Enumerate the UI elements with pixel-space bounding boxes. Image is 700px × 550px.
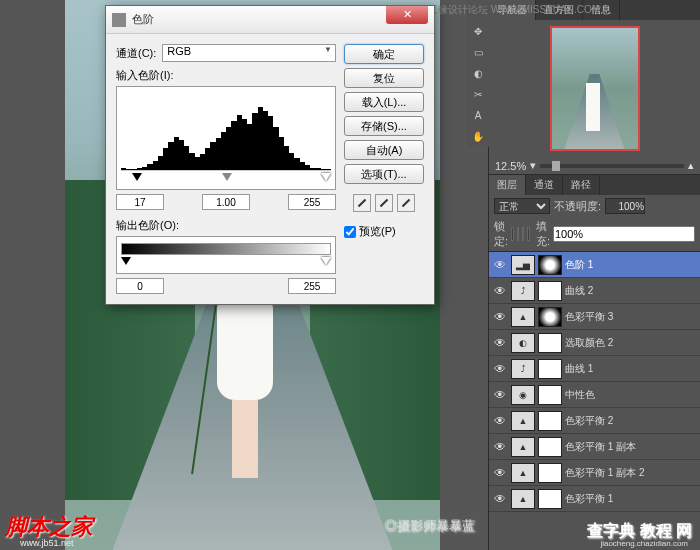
toolbar: ✥ ▭ ◐ ✂ A ✋: [467, 0, 489, 147]
layer-mask-thumbnail[interactable]: [538, 307, 562, 327]
layer-name: 选取颜色 2: [565, 336, 697, 350]
levels-dialog: 色阶 ✕ 通道(C): RGB 输入色阶(I):: [105, 5, 435, 305]
input-slider-track[interactable]: [121, 173, 331, 185]
visibility-icon[interactable]: 👁: [492, 257, 508, 273]
layer-thumbnail[interactable]: ▲: [511, 489, 535, 509]
layer-name: 曲线 1: [565, 362, 697, 376]
white-point-slider[interactable]: [321, 173, 331, 181]
histogram: [121, 91, 331, 171]
zoom-out-icon[interactable]: ▾: [530, 159, 536, 172]
navigator-thumbnail[interactable]: [550, 26, 640, 151]
tool-lasso[interactable]: ◐: [468, 63, 488, 83]
layer-row[interactable]: 👁 ⤴ 曲线 2: [489, 278, 700, 304]
tab-paths[interactable]: 路径: [563, 175, 600, 195]
layer-thumbnail[interactable]: ⤴: [511, 359, 535, 379]
reset-button[interactable]: 复位: [344, 68, 424, 88]
layer-thumbnail[interactable]: ▲: [511, 307, 535, 327]
visibility-icon[interactable]: 👁: [492, 413, 508, 429]
layer-mask-thumbnail[interactable]: [538, 281, 562, 301]
lock-position-icon[interactable]: [522, 227, 524, 241]
layer-mask-thumbnail[interactable]: [538, 359, 562, 379]
panels-dock: ✥ ▭ ◐ ✂ A ✋ 导航器 直方图 信息 12.5% ▾ ▴ 图层 通道 路…: [488, 0, 700, 550]
visibility-icon[interactable]: 👁: [492, 309, 508, 325]
fill-label: 填充:: [536, 219, 550, 249]
tool-hand[interactable]: ✋: [468, 126, 488, 146]
layer-thumbnail[interactable]: ▲: [511, 411, 535, 431]
input-gamma-field[interactable]: [202, 194, 250, 210]
layer-thumbnail[interactable]: ⤴: [511, 281, 535, 301]
layer-row[interactable]: 👁 ◐ 选取颜色 2: [489, 330, 700, 356]
layer-mask-thumbnail[interactable]: [538, 437, 562, 457]
layer-thumbnail[interactable]: ◐: [511, 333, 535, 353]
layer-row[interactable]: 👁 ◉ 中性色: [489, 382, 700, 408]
layer-thumbnail[interactable]: ▲: [511, 437, 535, 457]
visibility-icon[interactable]: 👁: [492, 283, 508, 299]
save-button[interactable]: 存储(S)...: [344, 116, 424, 136]
visibility-icon[interactable]: 👁: [492, 335, 508, 351]
layer-thumbnail[interactable]: ▂▅: [511, 255, 535, 275]
lock-pixels-icon[interactable]: [517, 227, 519, 241]
layers-panel: 图层 通道 路径 正常 不透明度: 锁定: 填充: 👁 ▂▅ 色阶 1👁 ⤴ 曲…: [489, 175, 700, 512]
fill-field[interactable]: [553, 226, 695, 242]
eyedropper-gray[interactable]: [375, 194, 393, 212]
layer-thumbnail[interactable]: ◉: [511, 385, 535, 405]
output-black-slider[interactable]: [121, 257, 131, 265]
layer-mask-thumbnail[interactable]: [538, 333, 562, 353]
tool-text[interactable]: A: [468, 105, 488, 125]
tool-marquee[interactable]: ▭: [468, 42, 488, 62]
output-black-field[interactable]: [116, 278, 164, 294]
preview-checkbox-label[interactable]: 预览(P): [344, 224, 424, 239]
layer-row[interactable]: 👁 ▲ 色彩平衡 2: [489, 408, 700, 434]
zoom-in-icon[interactable]: ▴: [688, 159, 694, 172]
layer-mask-thumbnail[interactable]: [538, 489, 562, 509]
tool-move[interactable]: ✥: [468, 21, 488, 41]
layer-row[interactable]: 👁 ▲ 色彩平衡 3: [489, 304, 700, 330]
input-black-field[interactable]: [116, 194, 164, 210]
channel-select[interactable]: RGB: [162, 44, 336, 62]
output-white-slider[interactable]: [321, 257, 331, 265]
lock-transparency-icon[interactable]: [511, 227, 513, 241]
tab-channels[interactable]: 通道: [526, 175, 563, 195]
channel-label: 通道(C):: [116, 46, 156, 61]
layer-mask-thumbnail[interactable]: [538, 385, 562, 405]
eyedropper-white[interactable]: [397, 194, 415, 212]
opacity-field[interactable]: [605, 198, 645, 214]
tab-layers[interactable]: 图层: [489, 175, 526, 195]
layer-mask-thumbnail[interactable]: [538, 463, 562, 483]
visibility-icon[interactable]: 👁: [492, 387, 508, 403]
input-white-field[interactable]: [288, 194, 336, 210]
lock-all-icon[interactable]: [527, 227, 529, 241]
load-button[interactable]: 载入(L)...: [344, 92, 424, 112]
ok-button[interactable]: 确定: [344, 44, 424, 64]
layer-name: 中性色: [565, 388, 697, 402]
output-slider-track[interactable]: [121, 257, 331, 269]
layer-name: 色彩平衡 3: [565, 310, 697, 324]
output-white-field[interactable]: [288, 278, 336, 294]
auto-button[interactable]: 自动(A): [344, 140, 424, 160]
layer-thumbnail[interactable]: ▲: [511, 463, 535, 483]
layer-row[interactable]: 👁 ⤴ 曲线 1: [489, 356, 700, 382]
black-point-slider[interactable]: [132, 173, 142, 181]
layer-row[interactable]: 👁 ▲ 色彩平衡 1: [489, 486, 700, 512]
tool-crop[interactable]: ✂: [468, 84, 488, 104]
zoom-slider[interactable]: [540, 164, 684, 168]
layer-row[interactable]: 👁 ▲ 色彩平衡 1 副本: [489, 434, 700, 460]
layer-row[interactable]: 👁 ▂▅ 色阶 1: [489, 252, 700, 278]
layer-name: 色阶 1: [565, 258, 697, 272]
blend-mode-select[interactable]: 正常: [494, 198, 550, 214]
gamma-slider[interactable]: [222, 173, 232, 181]
visibility-icon[interactable]: 👁: [492, 465, 508, 481]
layer-mask-thumbnail[interactable]: [538, 255, 562, 275]
visibility-icon[interactable]: 👁: [492, 491, 508, 507]
close-button[interactable]: ✕: [386, 6, 428, 24]
layer-mask-thumbnail[interactable]: [538, 411, 562, 431]
layer-row[interactable]: 👁 ▲ 色彩平衡 1 副本 2: [489, 460, 700, 486]
visibility-icon[interactable]: 👁: [492, 361, 508, 377]
dialog-titlebar[interactable]: 色阶 ✕: [106, 6, 434, 34]
zoom-value[interactable]: 12.5%: [495, 160, 526, 172]
dialog-icon: [112, 13, 126, 27]
preview-checkbox[interactable]: [344, 226, 356, 238]
eyedropper-black[interactable]: [353, 194, 371, 212]
options-button[interactable]: 选项(T)...: [344, 164, 424, 184]
visibility-icon[interactable]: 👁: [492, 439, 508, 455]
